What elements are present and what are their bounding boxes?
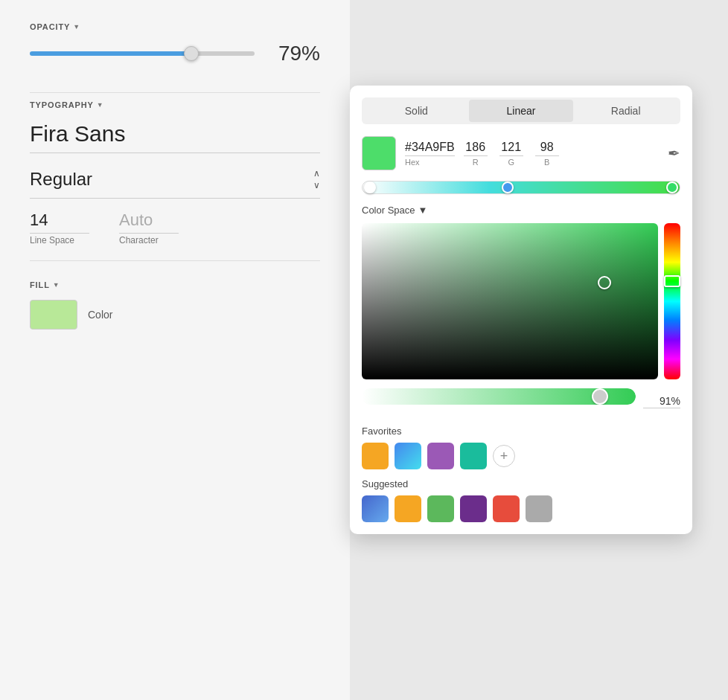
opacity-label: OPACITY <box>30 22 70 31</box>
opacity-row: 79% <box>30 42 320 65</box>
b-label: B <box>544 158 549 167</box>
tab-linear[interactable]: Linear <box>469 100 574 122</box>
divider-2 <box>30 260 320 261</box>
hue-bar[interactable] <box>664 223 680 379</box>
favorites-swatches-row: + <box>362 443 680 469</box>
fill-color-swatch[interactable] <box>30 300 77 330</box>
fill-header: FILL ▼ <box>30 280 320 289</box>
suggested-title: Suggested <box>362 478 680 489</box>
alpha-bar-container[interactable] <box>362 388 636 405</box>
gradient-stop-green[interactable] <box>666 182 678 193</box>
suggested-section: Suggested <box>362 478 680 522</box>
tab-radial[interactable]: Radial <box>573 100 678 122</box>
g-value[interactable]: 121 <box>499 141 523 156</box>
color-space-label[interactable]: Color Space ▼ <box>362 205 680 216</box>
tab-solid[interactable]: Solid <box>364 100 469 122</box>
character-label: Character <box>119 235 179 245</box>
typography-section: TYPOGRAPHY ▼ Fira Sans Regular ∧ ∨ 14 Li… <box>30 100 320 245</box>
fill-row: Color <box>30 300 320 330</box>
up-arrow-icon[interactable]: ∧ <box>313 168 320 179</box>
r-item: 186 R <box>464 141 488 167</box>
line-space-value[interactable]: 14 <box>30 211 89 234</box>
opacity-header: OPACITY ▼ <box>30 22 320 31</box>
plus-icon: + <box>500 449 508 464</box>
alpha-value: 91% <box>643 395 680 408</box>
suggested-swatch-3[interactable] <box>460 495 487 522</box>
suggested-swatch-2[interactable] <box>427 495 454 522</box>
saturation-brightness-picker[interactable] <box>362 223 658 379</box>
r-label: R <box>473 158 479 167</box>
alpha-thumb[interactable] <box>592 388 608 405</box>
g-label: G <box>508 158 514 167</box>
favorite-swatch-3[interactable] <box>460 443 487 469</box>
color-input-row: #34A9FB Hex 186 R 121 G 98 B ✒ <box>362 136 680 170</box>
favorites-title: Favorites <box>362 426 680 437</box>
typography-label: TYPOGRAPHY <box>30 100 94 109</box>
suggested-swatch-1[interactable] <box>395 495 421 522</box>
picker-tabs: Solid Linear Radial <box>362 97 680 124</box>
hue-cursor[interactable] <box>664 275 680 287</box>
fill-section: FILL ▼ Color <box>30 280 320 330</box>
r-value[interactable]: 186 <box>464 141 488 156</box>
gradient-stop-blue[interactable] <box>502 182 514 193</box>
favorite-swatch-1[interactable] <box>395 443 421 469</box>
favorite-swatch-0[interactable] <box>362 443 389 469</box>
suggested-swatch-0[interactable] <box>362 495 389 522</box>
b-value[interactable]: 98 <box>535 141 559 156</box>
font-style-label[interactable]: Regular <box>30 169 92 190</box>
hex-value[interactable]: #34A9FB <box>405 141 455 156</box>
opacity-value: 79% <box>268 42 320 65</box>
divider-1 <box>30 92 320 93</box>
eyedropper-icon: ✒ <box>668 145 680 161</box>
suggested-swatches-row <box>362 495 680 522</box>
opacity-slider-thumb[interactable] <box>184 46 199 61</box>
g-item: 121 G <box>499 141 523 167</box>
font-style-row: Regular ∧ ∨ <box>30 161 320 199</box>
b-item: 98 B <box>535 141 559 167</box>
suggested-swatch-4[interactable] <box>493 495 520 522</box>
favorite-swatch-2[interactable] <box>427 443 454 469</box>
fill-chevron[interactable]: ▼ <box>53 281 60 289</box>
font-style-arrows[interactable]: ∧ ∨ <box>313 168 320 190</box>
character-value[interactable]: Auto <box>119 211 179 234</box>
down-arrow-icon[interactable]: ∨ <box>313 180 320 190</box>
opacity-section: OPACITY ▼ 79% <box>30 22 320 65</box>
sb-picker-container <box>362 223 680 379</box>
suggested-swatch-5[interactable] <box>526 495 552 522</box>
opacity-slider-track[interactable] <box>30 51 255 56</box>
line-space-item: 14 Line Space <box>30 211 89 245</box>
alpha-row: 91% <box>362 388 680 415</box>
opacity-chevron[interactable]: ▼ <box>73 23 80 30</box>
color-preview-swatch[interactable] <box>362 136 396 170</box>
color-picker-popup: Solid Linear Radial #34A9FB Hex 186 R 12… <box>350 86 692 534</box>
fill-color-label: Color <box>88 309 112 321</box>
fill-label: FILL <box>30 280 50 289</box>
left-panel: OPACITY ▼ 79% TYPOGRAPHY ▼ Fira Sans Reg… <box>0 0 350 700</box>
hex-input-group: #34A9FB Hex <box>405 141 455 167</box>
gradient-stops-bar[interactable] <box>362 181 680 194</box>
typography-header: TYPOGRAPHY ▼ <box>30 100 320 109</box>
hex-label: Hex <box>405 158 455 167</box>
line-space-label: Line Space <box>30 235 89 245</box>
font-name[interactable]: Fira Sans <box>30 121 320 153</box>
color-space-text: Color Space <box>362 205 415 216</box>
font-metrics-row: 14 Line Space Auto Character <box>30 211 320 245</box>
color-space-chevron: ▼ <box>418 205 428 216</box>
character-item: Auto Character <box>119 211 179 245</box>
eyedropper-button[interactable]: ✒ <box>668 144 680 162</box>
typography-chevron[interactable]: ▼ <box>97 101 104 109</box>
add-favorite-button[interactable]: + <box>493 445 515 467</box>
rgb-group: 186 R 121 G 98 B <box>464 141 559 167</box>
sb-cursor[interactable] <box>598 276 611 289</box>
gradient-stop-white[interactable] <box>364 182 376 193</box>
favorites-section: Favorites + <box>362 426 680 469</box>
